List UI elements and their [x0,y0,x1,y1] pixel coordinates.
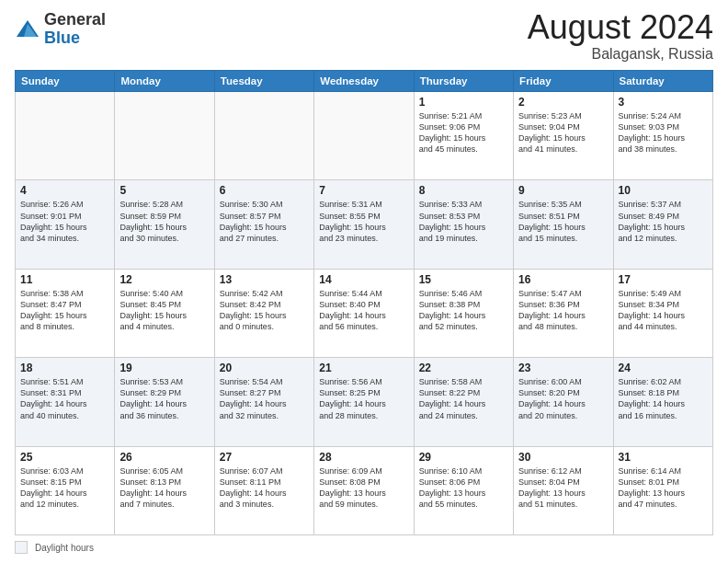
day-number: 1 [419,96,508,109]
calendar-header-tuesday: Tuesday [214,71,313,92]
logo: General Blue [15,11,106,48]
calendar-cell: 12Sunrise: 5:40 AM Sunset: 8:45 PM Dayli… [115,269,214,357]
day-number: 13 [220,273,309,286]
day-info: Sunrise: 5:49 AM Sunset: 8:34 PM Dayligh… [619,288,708,333]
day-info: Sunrise: 5:40 AM Sunset: 8:45 PM Dayligh… [119,288,209,333]
day-info: Sunrise: 6:05 AM Sunset: 8:13 PM Dayligh… [119,465,209,511]
calendar-week-2: 4Sunrise: 5:26 AM Sunset: 9:01 PM Daylig… [16,180,713,269]
calendar-cell: 2Sunrise: 5:23 AM Sunset: 9:04 PM Daylig… [514,92,613,180]
calendar-cell: 11Sunrise: 5:38 AM Sunset: 8:47 PM Dayli… [16,269,115,357]
day-info: Sunrise: 5:53 AM Sunset: 8:29 PM Dayligh… [119,376,209,421]
day-number: 5 [119,184,209,197]
day-number: 30 [518,451,608,464]
day-info: Sunrise: 5:46 AM Sunset: 8:38 PM Dayligh… [419,288,508,333]
calendar-cell: 19Sunrise: 5:53 AM Sunset: 8:29 PM Dayli… [115,358,214,446]
day-number: 31 [619,451,708,464]
day-number: 2 [518,96,608,109]
calendar-cell: 22Sunrise: 5:58 AM Sunset: 8:22 PM Dayli… [414,358,513,446]
day-number: 11 [20,273,109,286]
calendar-cell: 5Sunrise: 5:28 AM Sunset: 8:59 PM Daylig… [115,180,214,269]
calendar-cell [214,92,313,180]
page: General Blue August 2024 Balagansk, Russ… [0,0,728,563]
day-info: Sunrise: 5:38 AM Sunset: 8:47 PM Dayligh… [20,288,109,333]
calendar-week-3: 11Sunrise: 5:38 AM Sunset: 8:47 PM Dayli… [16,269,713,357]
calendar-cell: 28Sunrise: 6:09 AM Sunset: 8:08 PM Dayli… [314,446,414,534]
footer: Daylight hours [15,541,713,554]
day-info: Sunrise: 6:00 AM Sunset: 8:20 PM Dayligh… [518,376,608,421]
calendar-cell: 13Sunrise: 5:42 AM Sunset: 8:42 PM Dayli… [214,269,313,357]
day-info: Sunrise: 5:44 AM Sunset: 8:40 PM Dayligh… [319,288,408,333]
calendar-cell: 8Sunrise: 5:33 AM Sunset: 8:53 PM Daylig… [414,180,513,269]
calendar-cell: 4Sunrise: 5:26 AM Sunset: 9:01 PM Daylig… [16,180,115,269]
day-number: 29 [419,451,508,464]
day-info: Sunrise: 5:31 AM Sunset: 8:55 PM Dayligh… [319,199,408,244]
day-info: Sunrise: 5:42 AM Sunset: 8:42 PM Dayligh… [220,288,309,333]
day-number: 16 [518,273,608,286]
day-info: Sunrise: 6:09 AM Sunset: 8:08 PM Dayligh… [319,465,408,511]
calendar-cell: 18Sunrise: 5:51 AM Sunset: 8:31 PM Dayli… [16,358,115,446]
logo-blue-text: Blue [44,29,80,47]
day-number: 12 [119,273,209,286]
day-number: 9 [518,184,608,197]
day-info: Sunrise: 5:33 AM Sunset: 8:53 PM Dayligh… [419,199,508,244]
calendar-week-4: 18Sunrise: 5:51 AM Sunset: 8:31 PM Dayli… [16,358,713,446]
day-number: 4 [20,184,109,197]
calendar-week-5: 25Sunrise: 6:03 AM Sunset: 8:15 PM Dayli… [16,446,713,534]
calendar-cell: 25Sunrise: 6:03 AM Sunset: 8:15 PM Dayli… [16,446,115,534]
logo-general-text: General [44,10,106,29]
day-info: Sunrise: 5:30 AM Sunset: 8:57 PM Dayligh… [220,199,309,244]
header: General Blue August 2024 Balagansk, Russ… [15,11,713,63]
calendar-cell [115,92,214,180]
day-info: Sunrise: 5:24 AM Sunset: 9:03 PM Dayligh… [619,110,708,155]
day-info: Sunrise: 6:02 AM Sunset: 8:18 PM Dayligh… [619,376,708,421]
daylight-label: Daylight hours [35,543,94,553]
location: Balagansk, Russia [528,46,713,63]
day-number: 18 [20,362,109,374]
day-info: Sunrise: 5:37 AM Sunset: 8:49 PM Dayligh… [619,199,708,244]
calendar-cell: 27Sunrise: 6:07 AM Sunset: 8:11 PM Dayli… [214,446,313,534]
day-info: Sunrise: 5:26 AM Sunset: 9:01 PM Dayligh… [20,199,109,244]
daylight-legend-box [15,541,28,554]
calendar-cell [16,92,115,180]
calendar-cell: 7Sunrise: 5:31 AM Sunset: 8:55 PM Daylig… [314,180,414,269]
day-number: 8 [419,184,508,197]
calendar-cell: 20Sunrise: 5:54 AM Sunset: 8:27 PM Dayli… [214,358,313,446]
day-info: Sunrise: 5:35 AM Sunset: 8:51 PM Dayligh… [518,199,608,244]
day-number: 27 [220,451,309,464]
day-number: 26 [119,451,209,464]
day-number: 19 [119,362,209,374]
calendar-cell: 9Sunrise: 5:35 AM Sunset: 8:51 PM Daylig… [514,180,613,269]
calendar-cell: 16Sunrise: 5:47 AM Sunset: 8:36 PM Dayli… [514,269,613,357]
calendar-cell: 15Sunrise: 5:46 AM Sunset: 8:38 PM Dayli… [414,269,513,357]
day-info: Sunrise: 6:07 AM Sunset: 8:11 PM Dayligh… [220,465,309,511]
day-number: 10 [619,184,708,197]
calendar-cell: 21Sunrise: 5:56 AM Sunset: 8:25 PM Dayli… [314,358,414,446]
day-info: Sunrise: 5:56 AM Sunset: 8:25 PM Dayligh… [319,376,408,421]
calendar-header-sunday: Sunday [16,71,115,92]
day-number: 23 [518,362,608,374]
day-number: 21 [319,362,408,374]
calendar-cell: 31Sunrise: 6:14 AM Sunset: 8:01 PM Dayli… [613,446,712,534]
calendar-cell: 1Sunrise: 5:21 AM Sunset: 9:06 PM Daylig… [414,92,513,180]
calendar-cell: 6Sunrise: 5:30 AM Sunset: 8:57 PM Daylig… [214,180,313,269]
calendar-header-monday: Monday [115,71,214,92]
day-info: Sunrise: 5:23 AM Sunset: 9:04 PM Dayligh… [518,110,608,155]
calendar-week-1: 1Sunrise: 5:21 AM Sunset: 9:06 PM Daylig… [16,92,713,180]
day-info: Sunrise: 5:28 AM Sunset: 8:59 PM Dayligh… [119,199,209,244]
day-number: 3 [619,96,708,109]
calendar-cell: 24Sunrise: 6:02 AM Sunset: 8:18 PM Dayli… [613,358,712,446]
day-number: 6 [220,184,309,197]
day-info: Sunrise: 5:21 AM Sunset: 9:06 PM Dayligh… [419,110,508,155]
calendar-header-saturday: Saturday [613,71,712,92]
calendar-cell: 17Sunrise: 5:49 AM Sunset: 8:34 PM Dayli… [613,269,712,357]
day-number: 14 [319,273,408,286]
calendar-header-wednesday: Wednesday [314,71,414,92]
day-number: 20 [220,362,309,374]
calendar-table: SundayMondayTuesdayWednesdayThursdayFrid… [15,70,713,535]
day-info: Sunrise: 5:58 AM Sunset: 8:22 PM Dayligh… [419,376,508,421]
day-info: Sunrise: 5:51 AM Sunset: 8:31 PM Dayligh… [20,376,109,421]
day-number: 22 [419,362,508,374]
day-number: 15 [419,273,508,286]
calendar-cell: 30Sunrise: 6:12 AM Sunset: 8:04 PM Dayli… [514,446,613,534]
day-info: Sunrise: 6:03 AM Sunset: 8:15 PM Dayligh… [20,465,109,511]
